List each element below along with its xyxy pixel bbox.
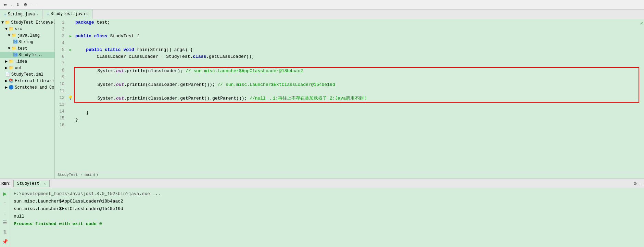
java-file-icon: ☕ [4, 12, 7, 16]
sidebar-label-scratches: Scratches and Cor [15, 85, 55, 90]
expand-icon-idea: ▶ [5, 59, 8, 64]
run-arrow-line5[interactable]: ▶ [67, 47, 74, 53]
toolbar-forward[interactable]: . [10, 2, 13, 8]
code-line-10: System.out.println(classLoader.getParent… [75, 81, 639, 88]
tab-string-java-close[interactable]: ✕ [36, 12, 38, 16]
sidebar-label-string: String [18, 40, 33, 44]
sidebar-label-iml: StudyTest.iml [11, 72, 43, 77]
close-panel-btn[interactable]: — [639, 181, 643, 186]
sidebar-label-idea: .idea [15, 59, 27, 64]
console-line-2: sun.misc.Launcher$AppClassLoader@18b4aac… [14, 198, 641, 205]
sidebar-label-extlibs: External Libraries [15, 79, 55, 83]
tab-run-studytest-label: StudyTest [17, 181, 39, 186]
code-line-13 [74, 103, 639, 109]
run-play-btn[interactable]: ▶ [1, 190, 9, 198]
sidebar-label-studytest-file: StudyTe... [18, 53, 43, 57]
expand-icon-out: ▶ [5, 65, 8, 70]
folder-icon-src: 📁 [9, 26, 14, 31]
tab-run-studytest[interactable]: StudyTest ✕ [13, 180, 50, 187]
sidebar-label-out: out [15, 66, 22, 70]
code-line-16 [74, 123, 639, 130]
iml-icon: 📄 [5, 72, 10, 77]
sidebar-item-idea[interactable]: ▶ 📁 .idea [0, 58, 54, 65]
expand-icon: ▼ [1, 20, 4, 25]
sidebar-item-studytest-file[interactable]: 🅲 StudyTe... [0, 52, 54, 58]
run-label: Run: [1, 181, 11, 186]
checkmark-area: ✓ [639, 19, 644, 172]
console-line-1: E:\development_tools\Java\jdk1.8.0_152\b… [14, 190, 641, 198]
bottom-panel-controls: ⚙ — [633, 181, 643, 186]
run-gutter: ▶ ▶ 💡 [67, 19, 74, 172]
folder-icon-test: 📁 [11, 46, 16, 51]
sidebar-item-studytest-root[interactable]: ▼ 📁 StudyTest E:\deve... [0, 19, 54, 26]
sidebar-item-scratches[interactable]: ▶ 🔵 Scratches and Cor [0, 84, 54, 91]
toolbar-back[interactable]: ⬅ [2, 2, 8, 8]
sidebar-item-out[interactable]: ▶ 📁 out [0, 65, 54, 71]
java-icon-string: 🅲 [13, 39, 17, 44]
code-line-1: package test; [74, 19, 639, 26]
tab-run-close[interactable]: ✕ [44, 182, 46, 186]
warn-icon-line12: 💡 [67, 94, 74, 101]
sidebar-item-test[interactable]: ▼ 📁 test [0, 45, 54, 52]
toolbar-minimize[interactable]: — [30, 2, 37, 8]
tab-string-java[interactable]: ☕ String.java ✕ [0, 10, 43, 19]
settings-btn[interactable]: ⚙ [633, 181, 637, 186]
sidebar-item-src[interactable]: ▼ 📁 src [0, 26, 54, 32]
tab-studytest-java-close[interactable]: ✕ [86, 12, 88, 16]
code-line-11 [75, 88, 639, 95]
sidebar-item-iml[interactable]: 📄 StudyTest.iml [0, 71, 54, 78]
tab-studytest-java[interactable]: ☕ StudyTest.java ✕ [43, 10, 93, 19]
scratch-icon: 🔵 [9, 85, 14, 90]
run-list-btn[interactable]: ☰ [1, 218, 9, 226]
code-editor[interactable]: 1 2 3 4 5 6 7 8 9 10 11 12 13 14 15 16 [55, 19, 644, 172]
ext-icon: 📚 [9, 78, 14, 83]
bottom-content: ▶ ↑ ↓ ☰ ⇅ 📌 E:\development_tools\Java\jd… [0, 188, 644, 247]
run-pin-btn[interactable]: 📌 [1, 237, 9, 246]
folder-icon-out: 📁 [9, 65, 14, 70]
run-arrow-line3[interactable]: ▶ [67, 33, 74, 40]
main-content-area: ▼ 📁 StudyTest E:\deve... ▼ 📁 src ▼ 📁 jav… [0, 19, 644, 179]
editor-area: 1 2 3 4 5 6 7 8 9 10 11 12 13 14 15 16 [55, 19, 644, 179]
run-down-btn[interactable]: ↓ [1, 209, 9, 217]
console-line-3: sun.misc.Launcher$ExtClassLoader@1540e19… [14, 205, 641, 213]
run-controls: ▶ ↑ ↓ ☰ ⇅ 📌 [0, 188, 10, 247]
tab-bar: ☕ String.java ✕ ☕ StudyTest.java ✕ [0, 10, 644, 19]
breadcrumb: StudyTest › main() [55, 172, 644, 179]
check-icon: ✓ [640, 20, 643, 27]
highlight-block: System.out.println(classLoader); // sun.… [74, 67, 639, 103]
breadcrumb-text: StudyTest › main() [58, 173, 98, 177]
code-line-2 [74, 26, 639, 33]
expand-icon-scratches: ▶ [5, 85, 8, 90]
code-line-4 [74, 40, 639, 47]
tab-string-java-label: String.java [8, 12, 35, 17]
run-up-btn[interactable]: ↑ [1, 199, 9, 207]
code-content[interactable]: package test; public class StudyTest { p… [74, 19, 639, 172]
folder-icon-javalang: 📁 [11, 33, 16, 38]
sidebar-label-studytest: StudyTest E:\deve... [11, 20, 55, 25]
bottom-panel: Run: StudyTest ✕ ⚙ — ▶ ↑ ↓ ☰ ⇅ 📌 E:\deve… [0, 179, 644, 247]
java-icon-studytest: 🅲 [13, 52, 17, 57]
toolbar-settings[interactable]: ⚙ [22, 2, 29, 8]
tab-studytest-java-label: StudyTest.java [51, 12, 85, 16]
run-sort-btn[interactable]: ⇅ [1, 228, 9, 236]
code-line-8: System.out.println(classLoader); // sun.… [75, 68, 639, 75]
console-output: E:\development_tools\Java\jdk1.8.0_152\b… [10, 188, 644, 247]
sidebar-label-javalang: java.lang [17, 33, 40, 38]
sidebar-item-string[interactable]: 🅲 String [0, 39, 54, 45]
toolbar: ⬅ . ⇕ ⚙ — [0, 0, 644, 10]
sidebar-label-test: test [17, 46, 27, 51]
code-line-5: public static void main(String[] args) { [74, 47, 639, 53]
project-sidebar: ▼ 📁 StudyTest E:\deve... ▼ 📁 src ▼ 📁 jav… [0, 19, 55, 179]
expand-icon-javalang: ▼ [8, 33, 10, 38]
folder-icon: 📁 [5, 20, 10, 25]
code-line-15: } [74, 116, 639, 123]
expand-icon-extlibs: ▶ [5, 78, 8, 83]
sidebar-label-src: src [15, 27, 22, 31]
expand-icon-src: ▼ [5, 27, 8, 31]
console-line-4: null [14, 213, 641, 220]
sidebar-item-extlibs[interactable]: ▶ 📚 External Libraries [0, 78, 54, 84]
sidebar-item-javalang[interactable]: ▼ 📁 java.lang [0, 32, 54, 39]
main-window: ⬅ . ⇕ ⚙ — ☕ String.java ✕ ☕ StudyTest.ja… [0, 0, 644, 247]
toolbar-split[interactable]: ⇕ [15, 2, 21, 8]
java-file-icon-2: ☕ [47, 12, 49, 16]
